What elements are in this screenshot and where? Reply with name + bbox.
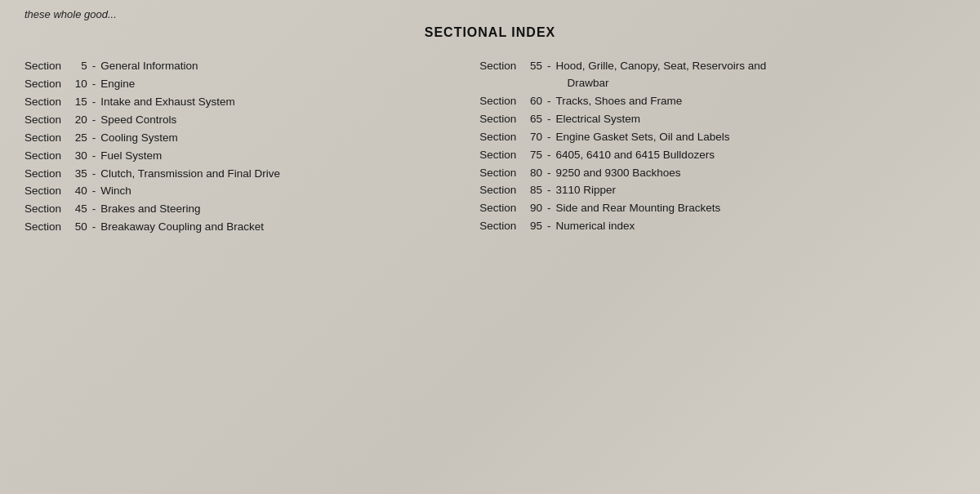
section-desc: Intake and Exhaust System [100, 94, 455, 111]
section-desc: Brakes and Steering [100, 201, 455, 218]
section-dash: - [92, 112, 96, 129]
right-column: Section 55-Hood, Grille, Canopy, Seat, R… [471, 58, 956, 237]
section-dash: - [92, 148, 96, 165]
section-label: Section 55 [479, 58, 542, 75]
section-entry-55: Section 55-Hood, Grille, Canopy, Seat, R… [479, 58, 956, 92]
section-entry-60: Section 60-Tracks, Shoes and Frame [479, 93, 956, 110]
section-entry-50: Section 50-Breakaway Coupling and Bracke… [24, 219, 455, 236]
section-dash: - [92, 58, 96, 75]
content-area: these whole good... SECTIONAL INDEX Sect… [0, 0, 980, 494]
section-desc: Clutch, Transmission and Final Drive [100, 166, 455, 183]
section-dash: - [92, 166, 96, 183]
section-desc: Fuel System [100, 148, 455, 165]
section-desc: Numerical index [555, 218, 956, 235]
section-dash: - [547, 129, 551, 146]
section-label: Section 25 [24, 130, 87, 147]
section-entry-40: Section 40-Winch [24, 183, 455, 200]
section-label: Section 75 [479, 147, 542, 164]
left-column: Section 5-General InformationSection 10-… [24, 58, 471, 237]
section-entry-70: Section 70-Engine Gasket Sets, Oil and L… [479, 129, 956, 146]
section-entry-45: Section 45-Brakes and Steering [24, 201, 455, 218]
section-label: Section 60 [479, 93, 542, 110]
section-dash: - [92, 219, 96, 236]
section-desc: Hood, Grille, Canopy, Seat, Reservoirs a… [555, 58, 956, 92]
section-label: Section 10 [24, 76, 87, 93]
partial-top-text: these whole good... [24, 8, 956, 20]
section-label: Section 20 [24, 112, 87, 129]
section-entry-10: Section 10-Engine [24, 76, 455, 93]
section-desc: 3110 Ripper [555, 182, 956, 199]
section-label: Section 85 [479, 182, 542, 199]
section-desc: Side and Rear Mounting Brackets [555, 200, 956, 217]
section-dash: - [92, 183, 96, 200]
section-label: Section 40 [24, 183, 87, 200]
section-entry-20: Section 20-Speed Controls [24, 112, 455, 129]
section-label: Section 5 [24, 58, 87, 75]
section-entry-90: Section 90-Side and Rear Mounting Bracke… [479, 200, 956, 217]
section-dash: - [92, 130, 96, 147]
section-label: Section 80 [479, 165, 542, 182]
section-label: Section 65 [479, 111, 542, 128]
section-dash: - [92, 76, 96, 93]
section-dash: - [547, 200, 551, 217]
section-desc: Cooling System [100, 130, 455, 147]
section-label: Section 95 [479, 218, 542, 235]
index-layout: Section 5-General InformationSection 10-… [24, 58, 956, 237]
section-label: Section 35 [24, 166, 87, 183]
section-entry-85: Section 85-3110 Ripper [479, 182, 956, 199]
section-entry-30: Section 30-Fuel System [24, 148, 455, 165]
section-entry-15: Section 15-Intake and Exhaust System [24, 94, 455, 111]
section-entry-75: Section 75-6405, 6410 and 6415 Bulldozer… [479, 147, 956, 164]
section-dash: - [547, 182, 551, 199]
section-entry-25: Section 25-Cooling System [24, 130, 455, 147]
section-dash: - [92, 201, 96, 218]
section-label: Section 45 [24, 201, 87, 218]
section-desc: Tracks, Shoes and Frame [555, 93, 956, 110]
section-label: Section 50 [24, 219, 87, 236]
section-desc: 6405, 6410 and 6415 Bulldozers [555, 147, 956, 164]
page-title: SECTIONAL INDEX [24, 25, 956, 40]
section-dash: - [547, 218, 551, 235]
section-entry-65: Section 65-Electrical System [479, 111, 956, 128]
section-dash: - [92, 94, 96, 111]
section-entry-95: Section 95-Numerical index [479, 218, 956, 235]
section-entry-35: Section 35-Clutch, Transmission and Fina… [24, 166, 455, 183]
section-label: Section 30 [24, 148, 87, 165]
section-label: Section 70 [479, 129, 542, 146]
section-desc: 9250 and 9300 Backhoes [555, 165, 956, 182]
section-entry-80: Section 80-9250 and 9300 Backhoes [479, 165, 956, 182]
section-dash: - [547, 111, 551, 128]
section-desc: Speed Controls [100, 112, 455, 129]
section-label: Section 90 [479, 200, 542, 217]
section-dash: - [547, 58, 551, 75]
section-entry-5: Section 5-General Information [24, 58, 455, 75]
section-label: Section 15 [24, 94, 87, 111]
section-desc: General Information [100, 58, 455, 75]
section-desc: Breakaway Coupling and Bracket [100, 219, 455, 236]
section-dash: - [547, 165, 551, 182]
section-dash: - [547, 147, 551, 164]
section-desc: Engine Gasket Sets, Oil and Labels [555, 129, 956, 146]
section-desc: Electrical System [555, 111, 956, 128]
section-desc: Winch [100, 183, 455, 200]
section-desc: Engine [100, 76, 455, 93]
section-dash: - [547, 93, 551, 110]
